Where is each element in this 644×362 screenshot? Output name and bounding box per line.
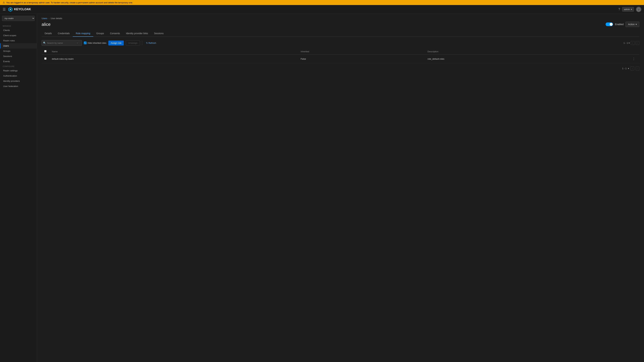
tab-details[interactable]: Details xyxy=(42,30,55,37)
table-toolbar: 🔍 → Hide inherited roles Assign role Una… xyxy=(42,40,639,46)
pagination-label: 1 - 1 ▾ xyxy=(624,42,630,44)
top-pagination: 1 - 1 ▾ ‹ › xyxy=(624,41,639,45)
roles-table: Name Inherited Description xyxy=(42,48,639,63)
search-box: 🔍 → xyxy=(42,40,82,46)
column-actions-header xyxy=(628,48,639,55)
breadcrumb: Users › User details xyxy=(42,17,639,19)
hide-inherited-checkbox[interactable] xyxy=(84,41,86,44)
row-description: role_default-roles xyxy=(425,55,628,63)
app-body: my-realm Manage Clients Client scopes Re… xyxy=(0,14,644,362)
admin-label: admin xyxy=(624,8,630,10)
admin-dropdown-button[interactable]: admin ▾ xyxy=(622,7,634,11)
tab-role-mapping[interactable]: Role mapping xyxy=(73,30,93,37)
page-header-right: Enabled Action ▾ xyxy=(606,22,639,27)
table-row: default-roles-my-realm False role_defaul… xyxy=(42,55,639,63)
avatar[interactable]: ◯ xyxy=(636,7,641,12)
hide-inherited-text: Hide inherited roles xyxy=(88,42,106,44)
warning-text: You are logged in as a temporary admin u… xyxy=(6,1,133,4)
pagination-next[interactable]: › xyxy=(636,41,639,45)
row-actions-cell: ⋮ xyxy=(628,55,639,63)
enabled-label: Enabled xyxy=(615,23,624,26)
admin-dropdown-icon: ▾ xyxy=(631,8,632,10)
bottom-pagination-prev[interactable]: ‹ xyxy=(630,66,634,70)
breadcrumb-parent[interactable]: Users xyxy=(42,17,47,19)
help-icon[interactable]: ? xyxy=(618,7,620,11)
main-content: Users › User details alice Enabled Actio… xyxy=(37,14,644,362)
hamburger-menu[interactable]: ☰ xyxy=(3,7,6,11)
sidebar: my-realm Manage Clients Client scopes Re… xyxy=(0,14,37,362)
enabled-toggle[interactable] xyxy=(606,22,613,26)
logo-text: KEYCLOAK xyxy=(14,7,31,11)
refresh-label: Refresh xyxy=(148,42,156,44)
search-icon: 🔍 xyxy=(43,41,46,44)
warning-banner: ⚠ You are logged in as a temporary admin… xyxy=(0,0,644,5)
breadcrumb-current: User details xyxy=(51,17,62,19)
tab-consents[interactable]: Consents xyxy=(107,30,123,37)
sidebar-item-realm-settings[interactable]: Realm settings xyxy=(0,68,37,73)
tabs: Details Credentials Role mapping Groups … xyxy=(42,30,639,37)
top-nav: ☰ KEYCLOAK ? admin ▾ ◯ xyxy=(0,5,644,14)
action-label: Action xyxy=(628,23,634,26)
tab-credentials[interactable]: Credentials xyxy=(55,30,73,37)
action-button[interactable]: Action ▾ xyxy=(626,22,639,27)
refresh-icon: ↻ xyxy=(146,42,148,44)
table-header: Name Inherited Description xyxy=(42,48,639,55)
tab-identity-provider-links[interactable]: Identity provider links xyxy=(123,30,151,37)
tab-groups[interactable]: Groups xyxy=(93,30,107,37)
toggle-knob xyxy=(610,23,613,26)
assign-role-button[interactable]: Assign role xyxy=(108,40,124,45)
column-name: Name xyxy=(49,48,298,55)
configure-section-label: Configure xyxy=(0,64,37,68)
row-name: default-roles-my-realm xyxy=(49,55,298,63)
search-go-button[interactable]: → xyxy=(76,41,79,44)
sidebar-item-clients[interactable]: Clients xyxy=(0,28,37,33)
realm-selector[interactable]: my-realm xyxy=(2,16,35,21)
search-input[interactable] xyxy=(47,42,76,44)
tab-sessions[interactable]: Sessions xyxy=(151,30,167,37)
action-dropdown-icon: ▾ xyxy=(636,23,637,26)
row-checkbox-cell xyxy=(42,55,49,63)
keycloak-logo-icon xyxy=(8,7,13,12)
page-header: alice Enabled Action ▾ xyxy=(42,22,639,27)
manage-section-label: Manage xyxy=(0,24,37,28)
select-all-header xyxy=(42,48,49,55)
select-all-checkbox[interactable] xyxy=(44,50,46,52)
realm-select[interactable]: my-realm xyxy=(2,16,35,21)
hide-inherited-label[interactable]: Hide inherited roles xyxy=(84,41,106,44)
toolbar-separator xyxy=(142,40,142,45)
unassign-button[interactable]: Unassign xyxy=(126,40,140,45)
breadcrumb-separator: › xyxy=(49,17,49,19)
row-inherited: False xyxy=(298,55,425,63)
column-inherited: Inherited xyxy=(298,48,425,55)
sidebar-item-authentication[interactable]: Authentication xyxy=(0,73,37,78)
sidebar-item-identity-providers[interactable]: Identity providers xyxy=(0,78,37,84)
sidebar-item-users[interactable]: Users xyxy=(0,43,37,48)
bottom-pagination-next[interactable]: › xyxy=(636,66,639,70)
column-description: Description xyxy=(425,48,628,55)
sidebar-item-groups[interactable]: Groups xyxy=(0,48,37,54)
sidebar-item-client-scopes[interactable]: Client scopes xyxy=(0,33,37,38)
page-title: alice xyxy=(42,22,50,27)
row-more-button[interactable]: ⋮ xyxy=(631,57,636,61)
refresh-button[interactable]: ↻ Refresh xyxy=(144,40,158,45)
bottom-pagination: 1 - 1 ▾ ‹ › xyxy=(42,66,639,70)
top-nav-right: ? admin ▾ ◯ xyxy=(618,7,641,12)
warning-icon: ⚠ xyxy=(3,1,5,4)
sidebar-item-realm-roles[interactable]: Realm roles xyxy=(0,38,37,43)
sidebar-item-sessions[interactable]: Sessions xyxy=(0,54,37,59)
table-body: default-roles-my-realm False role_defaul… xyxy=(42,55,639,63)
sidebar-item-user-federation[interactable]: User federation xyxy=(0,84,37,89)
row-checkbox[interactable] xyxy=(44,57,46,60)
pagination-prev[interactable]: ‹ xyxy=(631,41,634,45)
logo: KEYCLOAK xyxy=(8,7,31,12)
sidebar-item-events[interactable]: Events xyxy=(0,59,37,64)
